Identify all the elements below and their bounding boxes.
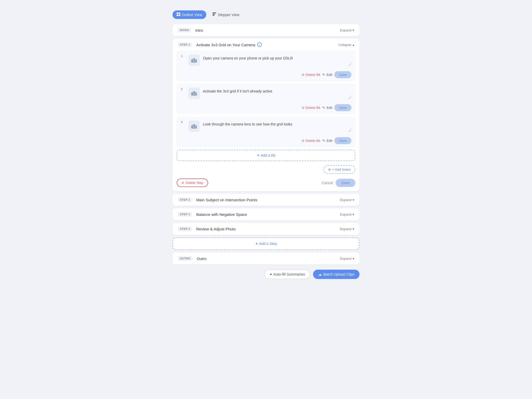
bit-camera-icon-2 bbox=[188, 88, 200, 99]
svg-rect-5 bbox=[212, 14, 215, 15]
delete-bit-2-label: Delete Bit bbox=[306, 106, 320, 110]
outro-card: Outro Outro Expand ▾ bbox=[172, 252, 360, 264]
step1-right-actions: Cancel Save bbox=[322, 179, 355, 187]
bit-content-1: 1 Open your camera on your phone or pick… bbox=[177, 51, 355, 70]
pencil-icon-3: ✎ bbox=[322, 139, 325, 143]
cancel-label: Cancel bbox=[322, 181, 333, 185]
stepper-view-label: Stepper View bbox=[218, 13, 239, 17]
step1-title: Activate 3x3 Grid on Your Camera ✓ bbox=[196, 42, 338, 47]
view-toggle: Outline View Stepper View bbox=[172, 10, 360, 19]
intro-expand-label: Expand bbox=[340, 28, 351, 32]
save-bit-1-label: Save bbox=[339, 73, 347, 77]
step2-card: Step 2 Main Subject on Intersection Poin… bbox=[172, 194, 360, 206]
bit-actions-1: ⊘ Delete Bit ✎ Edit Save bbox=[177, 70, 355, 81]
svg-point-16 bbox=[195, 93, 196, 94]
step4-title: Review & Adjust Photo bbox=[196, 227, 340, 231]
bit-number-1: 1 bbox=[181, 55, 185, 58]
step4-chevron-icon: ▾ bbox=[353, 227, 354, 231]
bit-content-2: 2 Activate the 3x3 grid if it isn't alre… bbox=[177, 84, 355, 103]
svg-rect-20 bbox=[193, 124, 195, 125]
step1-check-icon: ✓ bbox=[257, 42, 262, 47]
save-step-label: Save bbox=[341, 181, 350, 185]
delete-bit-1-button[interactable]: ⊘ Delete Bit bbox=[302, 73, 320, 77]
svg-point-21 bbox=[195, 126, 196, 127]
bit-number-2: 2 bbox=[181, 88, 185, 91]
step2-expand-label: Expand bbox=[340, 198, 351, 202]
edit-bit-1-label: Edit bbox=[327, 73, 332, 77]
autofill-label: ✦ Auto-fill Summaries bbox=[269, 272, 305, 276]
edit-bit-3-button[interactable]: ✎ Edit bbox=[322, 139, 332, 143]
svg-rect-3 bbox=[179, 15, 180, 16]
add-notes-wrapper: ⊕ + Add Notes bbox=[172, 165, 360, 176]
svg-rect-1 bbox=[179, 12, 180, 14]
upload-cloud-icon: ☁ bbox=[318, 272, 322, 276]
edit-bit-1-button[interactable]: ✎ Edit bbox=[322, 73, 332, 77]
edit-bit-3-label: Edit bbox=[327, 139, 332, 143]
step4-card: Step 4 Review & Adjust Photo Expand ▾ bbox=[172, 223, 360, 235]
delete-bit-2-button[interactable]: ⊘ Delete Bit bbox=[302, 106, 320, 110]
outro-expand-label: Expand bbox=[340, 257, 351, 261]
step3-chevron-icon: ▾ bbox=[353, 212, 354, 216]
intro-card-header: Intro Intro Expand ▾ bbox=[172, 24, 360, 36]
svg-rect-2 bbox=[177, 15, 178, 16]
delete-bit-3-label: Delete Bit bbox=[306, 139, 320, 143]
edit-bit-2-label: Edit bbox=[327, 106, 332, 110]
outline-grid-icon bbox=[177, 12, 180, 17]
svg-rect-10 bbox=[193, 58, 195, 59]
add-step-label: ✦ Add a Step bbox=[255, 242, 277, 246]
step1-title-text: Activate 3x3 Grid on Your Camera bbox=[196, 43, 255, 47]
bottom-toolbar: ✦ Auto-fill Summaries ☁ Batch Upload Cli… bbox=[172, 270, 360, 284]
save-bit-1-button[interactable]: Save bbox=[334, 71, 351, 78]
resize-handle-3 bbox=[348, 128, 351, 131]
step3-expand-button[interactable]: Expand ▾ bbox=[340, 212, 354, 216]
step4-expand-button[interactable]: Expand ▾ bbox=[340, 227, 354, 231]
step1-collapse-button[interactable]: Collapse ▴ bbox=[338, 43, 354, 47]
batch-upload-button[interactable]: ☁ Batch Upload Clips bbox=[313, 270, 360, 279]
delete-step-icon: ⊘ bbox=[181, 181, 184, 185]
svg-point-11 bbox=[195, 60, 196, 61]
outro-expand-button[interactable]: Expand ▾ bbox=[340, 257, 354, 261]
save-bit-2-button[interactable]: Save bbox=[334, 104, 351, 111]
step1-card-header: Step 1 Activate 3x3 Grid on Your Camera … bbox=[172, 39, 360, 51]
step2-expand-button[interactable]: Expand ▾ bbox=[340, 198, 354, 202]
intro-expand-button[interactable]: Expand ▾ bbox=[340, 28, 354, 32]
svg-rect-4 bbox=[212, 12, 216, 13]
cancel-button[interactable]: Cancel bbox=[322, 181, 333, 185]
add-notes-label: + Add Notes bbox=[332, 168, 351, 171]
delete-step-button[interactable]: ⊘ Delete Step bbox=[177, 178, 208, 187]
svg-point-19 bbox=[194, 126, 195, 128]
outro-label: Outro bbox=[178, 256, 192, 261]
step4-label: Step 4 bbox=[178, 227, 192, 231]
save-step-button[interactable]: Save bbox=[336, 179, 355, 187]
add-bit-label: ✦ Add a Bit bbox=[257, 153, 275, 157]
bit-actions-2: ⊘ Delete Bit ✎ Edit Save bbox=[177, 103, 355, 114]
bit-text-2: Activate the 3x3 grid if it isn't alread… bbox=[203, 88, 345, 94]
step3-title: Balance with Negative Space bbox=[196, 212, 340, 217]
delete-bit-3-button[interactable]: ⊘ Delete Bit bbox=[302, 139, 320, 143]
bit-camera-icon-1 bbox=[188, 55, 200, 66]
add-bit-button[interactable]: ✦ Add a Bit bbox=[177, 150, 355, 161]
resize-handle-2 bbox=[348, 95, 351, 98]
svg-rect-0 bbox=[177, 12, 178, 14]
bit-camera-icon-3 bbox=[188, 121, 200, 132]
step1-collapse-label: Collapse bbox=[338, 43, 351, 47]
pencil-icon-1: ✎ bbox=[322, 73, 325, 77]
stepper-view-button[interactable]: Stepper View bbox=[208, 10, 243, 19]
step4-expand-label: Expand bbox=[340, 227, 351, 231]
outro-card-header: Outro Outro Expand ▾ bbox=[172, 252, 360, 264]
delete-bit-icon-1: ⊘ bbox=[302, 73, 304, 77]
resize-handle-1 bbox=[348, 62, 351, 65]
intro-chevron-icon: ▾ bbox=[353, 28, 354, 32]
save-bit-3-label: Save bbox=[339, 139, 347, 143]
bit-actions-3: ⊘ Delete Bit ✎ Edit Save bbox=[177, 136, 355, 147]
save-bit-3-button[interactable]: Save bbox=[334, 137, 351, 144]
add-notes-button[interactable]: ⊕ + Add Notes bbox=[323, 165, 355, 174]
edit-bit-2-button[interactable]: ✎ Edit bbox=[322, 106, 332, 110]
outline-view-button[interactable]: Outline View bbox=[172, 10, 206, 19]
outline-view-label: Outline View bbox=[182, 13, 202, 17]
add-step-button[interactable]: ✦ Add a Step bbox=[172, 237, 360, 250]
step1-bottom-actions: ⊘ Delete Step Cancel Save bbox=[172, 176, 360, 191]
step3-label: Step 3 bbox=[178, 212, 192, 217]
bit-text-3: Look through the camera lens to see how … bbox=[203, 121, 345, 127]
autofill-button[interactable]: ✦ Auto-fill Summaries bbox=[264, 270, 310, 279]
